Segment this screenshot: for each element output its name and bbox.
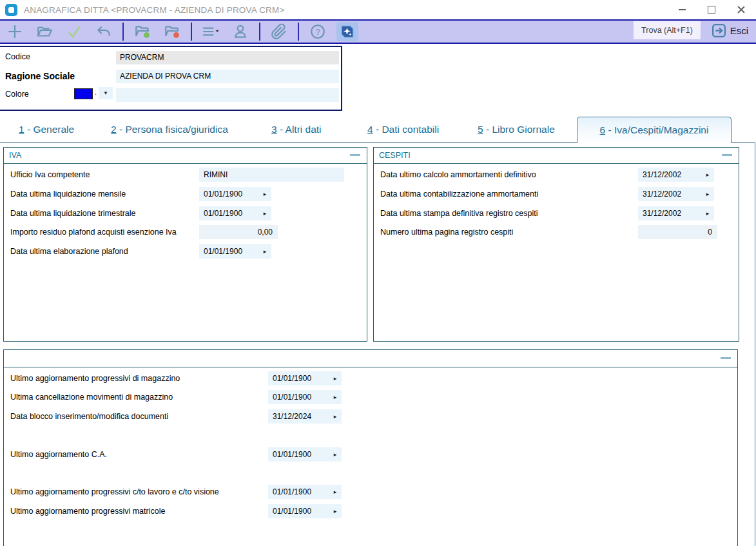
- iva-panel-title: IVA: [9, 148, 21, 163]
- numero-pagina-field[interactable]: 0: [638, 225, 717, 239]
- minimize-icon: [679, 9, 686, 10]
- field-row: Importo residuo plafond acquisti esenzio…: [4, 225, 367, 239]
- field-label: Importo residuo plafond acquisti esenzio…: [10, 228, 177, 237]
- check-icon: [66, 23, 82, 40]
- colore-extra-field[interactable]: [116, 88, 339, 102]
- attachment-button[interactable]: [268, 22, 290, 41]
- tab-persona-fisica-giuridica[interactable]: 2 - Persona fisica/giuridica: [111, 117, 228, 142]
- close-button[interactable]: [726, 0, 756, 19]
- toolbar: ? Trova (Alt+F1) Esci: [0, 19, 756, 44]
- sparkle-badge-icon: [339, 23, 356, 40]
- field-row: Ufficio Iva competente RIMINI: [4, 168, 367, 182]
- collapse-icon[interactable]: [722, 154, 732, 156]
- ai-assistant-button[interactable]: [336, 22, 358, 41]
- esci-label: Esci: [730, 25, 748, 36]
- collapse-icon[interactable]: [350, 154, 360, 156]
- calendar-expand-icon[interactable]: ▸: [329, 489, 342, 495]
- toolbar-separator: [298, 23, 299, 41]
- date-field[interactable]: 01/01/1900▸: [268, 447, 342, 462]
- field-label: Ultimo aggiornamento progressivi c/to la…: [10, 487, 219, 496]
- title-bar: ANAGRAFICA DITTA <PROVACRM - AZIENDA DI …: [0, 0, 756, 19]
- field-label: Ufficio Iva competente: [10, 170, 90, 179]
- esci-button[interactable]: Esci: [707, 21, 752, 39]
- ragione-sociale-field[interactable]: AZIENDA DI PROVA CRM: [116, 70, 339, 83]
- date-field[interactable]: 01/01/1900▸: [268, 390, 342, 404]
- codice-label: Codice: [5, 52, 30, 61]
- date-field[interactable]: 01/01/1900▸: [268, 485, 342, 499]
- calendar-expand-icon[interactable]: ▸: [258, 248, 271, 255]
- open-button[interactable]: [34, 22, 55, 41]
- field-row: Data ultima liquidazione trimestrale 01/…: [4, 206, 367, 220]
- field-label: Data ultima contabilizzazione ammortamen…: [380, 190, 538, 199]
- tab-iva-cespiti-magazzini[interactable]: 6 - Iva/Cespiti/Magazzini: [577, 117, 732, 143]
- trova-shortcut[interactable]: Trova (Alt+F1): [634, 21, 701, 39]
- confirm-button[interactable]: [63, 22, 85, 41]
- tab-dati-contabili[interactable]: 4 - Dati contabili: [367, 117, 439, 142]
- date-field[interactable]: 31/12/2024▸: [268, 409, 342, 424]
- export-button[interactable]: [161, 22, 183, 41]
- field-label: Ultimo aggiornamento progressivi matrico…: [10, 507, 165, 516]
- color-dropdown-button[interactable]: ▼: [99, 87, 113, 99]
- field-label: Data blocco inserimento/modifica documen…: [10, 412, 168, 421]
- minimize-button[interactable]: [667, 0, 697, 19]
- date-field[interactable]: 01/01/1900▸: [199, 187, 271, 201]
- date-field[interactable]: 31/12/2002▸: [638, 187, 714, 201]
- calendar-expand-icon[interactable]: ▸: [329, 394, 342, 400]
- chevron-down-icon: ▼: [103, 90, 108, 96]
- date-field[interactable]: 31/12/2002▸: [638, 206, 714, 220]
- tab-bar: 1 - Generale 2 - Persona fisica/giuridic…: [0, 117, 756, 143]
- calendar-expand-icon[interactable]: ▸: [329, 451, 342, 458]
- ragione-sociale-label: Ragione Sociale: [5, 71, 75, 81]
- user-icon: [232, 23, 249, 40]
- company-header-panel: Codice PROVACRM Ragione Sociale AZIENDA …: [0, 46, 342, 111]
- paperclip-icon: [271, 23, 287, 40]
- importo-plafond-field[interactable]: 0,00: [199, 225, 278, 239]
- calendar-expand-icon[interactable]: ▸: [258, 191, 271, 197]
- date-field[interactable]: 01/01/1900▸: [268, 371, 342, 385]
- date-field[interactable]: 01/01/1900▸: [199, 206, 271, 220]
- field-row: Ultimo aggiornamento progressivi c/to la…: [4, 485, 737, 499]
- codice-field[interactable]: PROVACRM: [116, 51, 339, 64]
- tab-generale[interactable]: 1 - Generale: [19, 117, 74, 142]
- calendar-expand-icon[interactable]: ▸: [329, 413, 342, 420]
- calendar-expand-icon[interactable]: ▸: [701, 210, 714, 217]
- tab-libro-giornale[interactable]: 5 - Libro Giornale: [478, 117, 555, 142]
- calendar-expand-icon[interactable]: ▸: [701, 191, 714, 197]
- field-row: Data ultimo calcolo ammortamenti definit…: [374, 168, 739, 182]
- window-title: ANAGRAFICA DITTA <PROVACRM - AZIENDA DI …: [24, 5, 285, 15]
- new-button[interactable]: [4, 22, 26, 41]
- calendar-expand-icon[interactable]: ▸: [258, 210, 271, 217]
- field-label: Data ultima elaborazione plafond: [10, 247, 128, 256]
- iva-panel: IVA Ufficio Iva competente RIMINI Data u…: [3, 147, 367, 342]
- calendar-expand-icon[interactable]: ▸: [329, 508, 342, 514]
- color-swatch[interactable]: [74, 88, 93, 99]
- help-icon: ?: [309, 23, 326, 40]
- undo-button[interactable]: [93, 22, 115, 41]
- ufficio-iva-field[interactable]: RIMINI: [199, 168, 344, 182]
- maximize-button[interactable]: [697, 0, 726, 19]
- field-row: Data blocco inserimento/modifica documen…: [4, 409, 737, 424]
- user-button[interactable]: [229, 22, 251, 41]
- date-field[interactable]: 31/12/2002▸: [638, 168, 714, 182]
- field-row: Data ultima contabilizzazione ammortamen…: [374, 187, 739, 201]
- import-button[interactable]: [131, 22, 153, 41]
- calendar-expand-icon[interactable]: ▸: [701, 171, 714, 178]
- field-row: Ultima cancellazione movimenti di magazz…: [4, 390, 737, 404]
- cespiti-panel-header: CESPITI: [374, 148, 739, 164]
- folder-red-dot-icon: [164, 23, 180, 40]
- field-row: Data ultima liquidazione mensile 01/01/1…: [4, 187, 367, 201]
- toolbar-separator: [122, 23, 124, 41]
- field-row: Numero ultima pagina registro cespiti 0: [374, 225, 739, 239]
- help-button[interactable]: ?: [307, 22, 329, 41]
- collapse-icon[interactable]: [721, 357, 731, 359]
- date-field[interactable]: 01/01/1900▸: [199, 244, 271, 258]
- app-icon: [5, 4, 17, 16]
- date-field[interactable]: 01/01/1900▸: [268, 504, 342, 518]
- tab-altri-dati[interactable]: 3 - Altri dati: [271, 117, 322, 142]
- field-row: Ultimo aggiornamento progressivi di maga…: [4, 371, 737, 385]
- menu-button[interactable]: [200, 22, 222, 41]
- calendar-expand-icon[interactable]: ▸: [329, 375, 342, 382]
- field-label: Data ultima liquidazione trimestrale: [10, 209, 136, 218]
- folder-green-dot-icon: [134, 23, 151, 40]
- exit-icon: [711, 23, 727, 39]
